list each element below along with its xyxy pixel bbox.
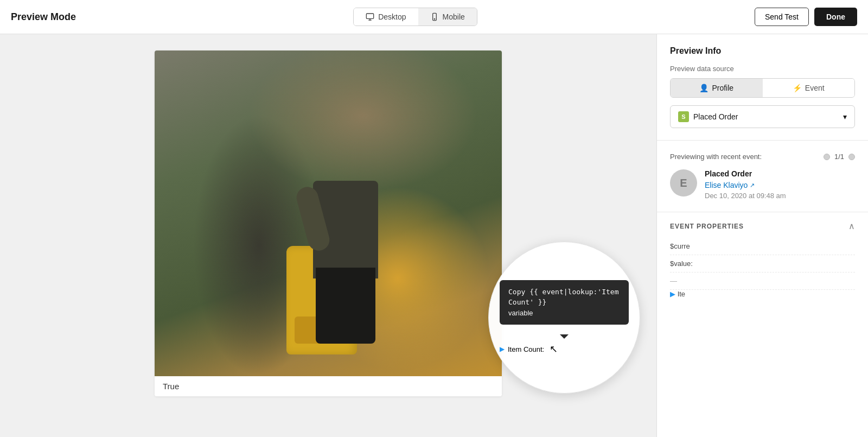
jacket-image xyxy=(313,181,378,278)
prop-item-currency[interactable]: $curre xyxy=(670,238,855,255)
pagination: 1/1 xyxy=(824,153,855,161)
tooltip-code: Copy {{ event|lookup:'Item Count' }} xyxy=(508,288,619,307)
event-source-btn[interactable]: ⚡ Event xyxy=(763,79,855,97)
topbar-actions: Send Test Done xyxy=(755,8,857,26)
svg-rect-0 xyxy=(367,14,374,18)
pagination-next-dot[interactable] xyxy=(848,154,855,160)
event-name: Placed Order xyxy=(705,169,855,178)
tooltip-inner: Copy {{ event|lookup:'Item Count' }} var… xyxy=(489,269,640,366)
event-record: E Placed Order Elise Klaviyo ↗ Dec 10, 2… xyxy=(670,169,855,200)
event-props-header: EVENT PROPERTIES ∧ xyxy=(657,212,868,238)
previewing-label: Previewing with recent event: xyxy=(670,153,762,161)
previewing-row: Previewing with recent event: 1/1 xyxy=(670,153,855,161)
preview-mode-title: Preview Mode xyxy=(11,11,76,23)
pants-image xyxy=(316,268,375,344)
tooltip-variable-label: variable xyxy=(508,309,533,317)
mobile-toggle-btn[interactable]: Mobile xyxy=(418,8,477,26)
event-avatar: E xyxy=(670,169,697,197)
done-button[interactable]: Done xyxy=(814,8,857,26)
external-link-icon: ↗ xyxy=(750,182,755,189)
tooltip-arrow xyxy=(560,334,569,339)
tooltip-box: Copy {{ event|lookup:'Item Count' }} var… xyxy=(500,280,629,325)
recent-event-section: Previewing with recent event: 1/1 E Plac… xyxy=(657,141,868,212)
item-count-label: Item Count: xyxy=(508,345,544,353)
pagination-count: 1/1 xyxy=(834,153,844,161)
item-partial: ▶ Ite xyxy=(657,290,868,302)
prop-item-dash[interactable]: — xyxy=(670,273,855,290)
item-count-row: ▶ Item Count: ↖ xyxy=(500,343,629,355)
preview-info-title: Preview Info xyxy=(670,46,855,56)
pagination-prev-dot[interactable] xyxy=(824,154,830,160)
shopify-icon: S xyxy=(678,111,689,122)
bolt-icon: ⚡ xyxy=(793,84,802,92)
person-icon: 👤 xyxy=(699,84,709,92)
desktop-icon xyxy=(366,12,374,21)
send-test-button[interactable]: Send Test xyxy=(755,8,809,26)
mobile-icon xyxy=(430,12,439,21)
source-toggle: 👤 Profile ⚡ Event xyxy=(670,78,855,98)
svg-point-2 xyxy=(434,18,435,19)
prop-item-value[interactable]: $value: xyxy=(670,255,855,273)
event-user-link[interactable]: Elise Klaviyo ↗ xyxy=(705,181,755,189)
event-properties-section: EVENT PROPERTIES ∧ $curre $value: — ▶ It… xyxy=(657,212,868,302)
preview-image xyxy=(155,50,502,376)
collapse-button[interactable]: ∧ xyxy=(848,221,855,231)
item-expand-arrow: ▶ xyxy=(670,290,675,298)
preview-data-source-label: Preview data source xyxy=(670,65,855,73)
placed-order-label: Placed Order xyxy=(693,112,738,121)
device-toggle: Desktop Mobile xyxy=(353,8,477,26)
preview-true-label: True xyxy=(155,376,502,396)
props-list: $curre $value: — xyxy=(657,238,868,290)
profile-source-btn[interactable]: 👤 Profile xyxy=(671,79,763,97)
event-properties-title: EVENT PROPERTIES xyxy=(670,223,744,230)
tooltip-overlay: Copy {{ event|lookup:'Item Count' }} var… xyxy=(488,242,640,394)
chevron-down-icon: ▾ xyxy=(843,112,847,121)
main-layout: True Copy {{ event|lookup:'Item Count' }… xyxy=(0,34,868,437)
main-preview-area: True Copy {{ event|lookup:'Item Count' }… xyxy=(0,34,656,437)
event-dropdown-inner: S Placed Order xyxy=(678,111,738,122)
desktop-toggle-btn[interactable]: Desktop xyxy=(354,8,418,26)
event-info: Placed Order Elise Klaviyo ↗ Dec 10, 202… xyxy=(705,169,855,200)
event-dropdown[interactable]: S Placed Order ▾ xyxy=(670,105,855,128)
item-count-arrow-icon: ▶ xyxy=(500,345,505,353)
sidebar: Preview Info Preview data source 👤 Profi… xyxy=(656,34,868,437)
preview-card: True xyxy=(155,50,502,396)
event-date: Dec 10, 2020 at 09:48 am xyxy=(705,192,855,200)
cursor-icon: ↖ xyxy=(550,343,558,355)
topbar: Preview Mode Desktop Mobile Send Test Do… xyxy=(0,0,868,34)
preview-info-section: Preview Info Preview data source 👤 Profi… xyxy=(657,34,868,141)
